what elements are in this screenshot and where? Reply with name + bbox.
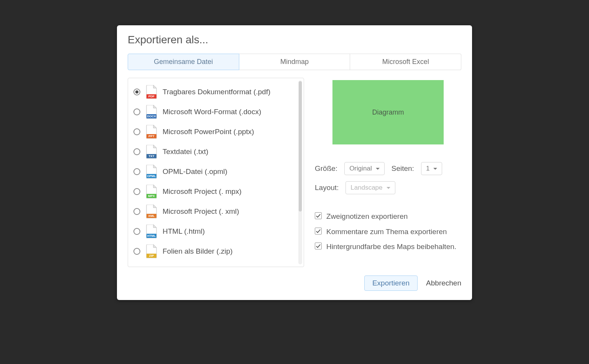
size-value: Original: [349, 165, 372, 172]
format-label: Folien als Bilder (.zip): [163, 247, 233, 256]
options-grid: Größe: Original Seiten: 1: [315, 162, 461, 194]
zip-file-icon: ZIP: [146, 244, 157, 258]
size-label: Größe:: [315, 164, 337, 173]
pdf-file-icon: PDF: [146, 85, 157, 99]
format-radio[interactable]: [133, 89, 140, 95]
dialog-title: Exportieren als...: [117, 25, 472, 49]
format-row[interactable]: OPML OPML-Datei (.opml): [133, 162, 296, 182]
check-row[interactable]: Zweignotizen exportieren: [315, 211, 461, 222]
layout-label: Layout:: [315, 184, 339, 192]
svg-text:HTML: HTML: [147, 234, 156, 238]
layout-value: Landscape: [350, 184, 382, 192]
checkbox-group: Zweignotizen exportierenKommentare zum T…: [315, 211, 461, 252]
xml-file-icon: XML: [146, 205, 157, 218]
svg-text:MPX: MPX: [148, 194, 155, 198]
opml-file-icon: OPML: [146, 165, 157, 179]
preview-box: Diagramm: [332, 80, 444, 144]
format-radio[interactable]: [133, 108, 140, 115]
txt-file-icon: TXT: [146, 145, 157, 159]
format-row[interactable]: ZIP Folien als Bilder (.zip): [133, 241, 296, 261]
check-row[interactable]: Kommentare zum Thema exportieren: [315, 226, 461, 237]
format-row[interactable]: HTML HTML (.html): [133, 221, 296, 241]
tab-label: Gemeinsame Datei: [154, 58, 213, 66]
svg-text:OPML: OPML: [147, 174, 156, 178]
format-label: OPML-Datei (.opml): [163, 167, 227, 176]
tab-mindmap[interactable]: Mindmap: [239, 54, 350, 70]
chevron-down-icon: [376, 168, 380, 170]
format-radio[interactable]: [133, 188, 140, 195]
checkbox[interactable]: [315, 243, 322, 249]
format-label: Microsoft Word-Format (.docx): [163, 108, 261, 116]
format-radio[interactable]: [133, 148, 140, 155]
svg-text:ZIP: ZIP: [149, 254, 154, 257]
format-scrollbar-thumb[interactable]: [299, 81, 302, 212]
checkbox[interactable]: [315, 212, 322, 219]
format-label: Microsoft PowerPoint (.pptx): [163, 128, 254, 136]
format-list-box: PDF Tragbares Dokumentformat (.pdf) DOCX…: [128, 78, 304, 267]
docx-file-icon: DOCX: [146, 105, 157, 119]
format-row[interactable]: XML Microsoft Project (. xml): [133, 202, 296, 221]
check-label: Hintergrundfarbe des Maps beibehalten.: [326, 241, 456, 252]
format-radio[interactable]: [133, 208, 140, 215]
format-scrollbar[interactable]: [298, 80, 302, 264]
cancel-button[interactable]: Abbrechen: [426, 279, 461, 287]
format-label: HTML (.html): [163, 227, 205, 236]
format-radio[interactable]: [133, 248, 140, 255]
tab-excel[interactable]: Microsoft Excel: [350, 54, 461, 70]
svg-text:XML: XML: [148, 214, 155, 218]
format-list: PDF Tragbares Dokumentformat (.pdf) DOCX…: [128, 78, 298, 267]
export-options: Diagramm Größe: Original Seiten: 1: [315, 78, 461, 267]
mpx-file-icon: MPX: [146, 185, 157, 198]
format-radio[interactable]: [133, 228, 140, 235]
check-label: Zweignotizen exportieren: [326, 211, 408, 222]
tab-label: Microsoft Excel: [382, 58, 429, 66]
layout-select[interactable]: Landscape: [346, 181, 395, 194]
format-label: Microsoft Project (. mpx): [163, 187, 242, 196]
pages-value: 1: [426, 165, 429, 172]
ppt-file-icon: PPT: [146, 125, 157, 139]
format-label: Microsoft Project (. xml): [163, 207, 239, 216]
format-row[interactable]: PDF Tragbares Dokumentformat (.pdf): [133, 82, 296, 102]
export-dialog: Exportieren als... Gemeinsame Datei Mind…: [117, 25, 472, 300]
size-select[interactable]: Original: [344, 162, 385, 175]
pages-select[interactable]: 1: [421, 162, 442, 175]
tab-label: Mindmap: [280, 58, 309, 66]
preview-label: Diagramm: [372, 108, 404, 116]
dialog-footer: Exportieren Abbrechen: [117, 274, 472, 300]
tabs: Gemeinsame Datei Mindmap Microsoft Excel: [128, 54, 461, 70]
pages-label: Seiten:: [392, 164, 414, 173]
format-label: Textdatei (.txt): [163, 148, 208, 156]
check-row[interactable]: Hintergrundfarbe des Maps beibehalten.: [315, 241, 461, 252]
checkbox[interactable]: [315, 228, 322, 234]
export-button-label: Exportieren: [372, 279, 410, 287]
svg-text:TXT: TXT: [148, 154, 154, 158]
format-label: Tragbares Dokumentformat (.pdf): [163, 88, 270, 96]
html-file-icon: HTML: [146, 225, 157, 238]
export-button[interactable]: Exportieren: [364, 275, 418, 291]
format-row[interactable]: DOCX Microsoft Word-Format (.docx): [133, 102, 296, 122]
tab-common-file[interactable]: Gemeinsame Datei: [128, 54, 239, 70]
chevron-down-icon: [387, 187, 390, 189]
svg-text:PPT: PPT: [148, 134, 155, 138]
format-radio[interactable]: [133, 128, 140, 135]
check-label: Kommentare zum Thema exportieren: [326, 226, 447, 237]
chevron-down-icon: [433, 168, 437, 170]
format-radio[interactable]: [133, 168, 140, 175]
format-row[interactable]: TXT Textdatei (.txt): [133, 142, 296, 162]
cancel-button-label: Abbrechen: [426, 279, 461, 287]
svg-text:DOCX: DOCX: [147, 115, 156, 118]
format-row[interactable]: MPX Microsoft Project (. mpx): [133, 182, 296, 202]
format-row[interactable]: PPT Microsoft PowerPoint (.pptx): [133, 122, 296, 142]
svg-text:PDF: PDF: [148, 95, 155, 98]
